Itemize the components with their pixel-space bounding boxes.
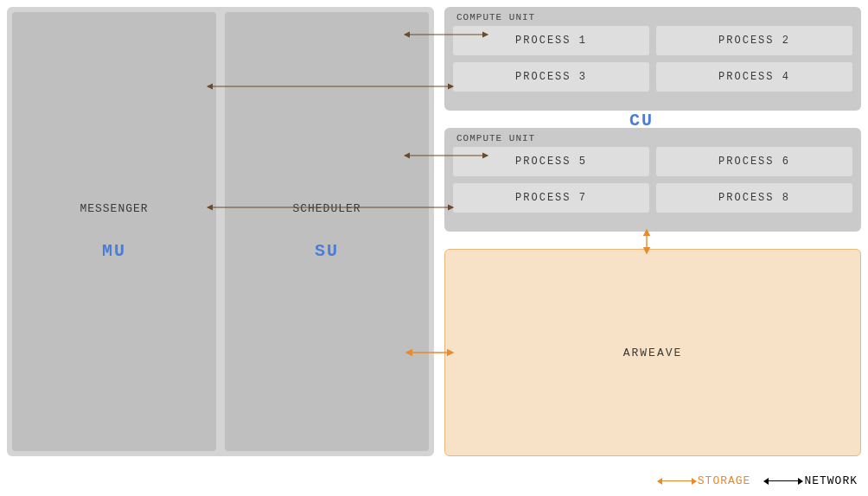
cu1-header: COMPUTE UNIT: [456, 12, 852, 22]
legend-network: NETWORK: [768, 474, 858, 487]
legend-storage: STORAGE: [661, 474, 751, 487]
messenger-title: MESSENGER: [80, 202, 148, 215]
messenger-box: MESSENGER MU: [12, 12, 216, 451]
process-6: PROCESS 6: [656, 147, 852, 176]
cu2-header: COMPUTE UNIT: [456, 133, 852, 143]
arweave-label: ARWEAVE: [623, 347, 683, 359]
process-5: PROCESS 5: [453, 147, 649, 176]
process-2: PROCESS 2: [656, 26, 852, 55]
left-panel: MESSENGER MU SCHEDULER SU: [7, 7, 434, 456]
arweave-box: ARWEAVE: [444, 249, 861, 456]
network-arrow-icon: [768, 480, 799, 481]
scheduler-box: SCHEDULER SU: [225, 12, 429, 451]
process-3: PROCESS 3: [453, 62, 649, 92]
compute-unit-2: COMPUTE UNIT PROCESS 5 PROCESS 6 PROCESS…: [444, 128, 861, 232]
legend-network-text: NETWORK: [804, 474, 858, 487]
legend-storage-text: STORAGE: [698, 474, 751, 487]
process-8: PROCESS 8: [656, 183, 852, 213]
compute-unit-1: COMPUTE UNIT PROCESS 1 PROCESS 2 PROCESS…: [444, 7, 861, 111]
storage-arrow-icon: [661, 480, 692, 481]
process-4: PROCESS 4: [656, 62, 852, 92]
process-7: PROCESS 7: [453, 183, 649, 213]
legend: STORAGE NETWORK: [661, 474, 858, 487]
scheduler-title: SCHEDULER: [292, 202, 361, 215]
cu-label: CU: [629, 111, 654, 130]
messenger-tag: MU: [102, 241, 126, 261]
scheduler-tag: SU: [315, 241, 339, 261]
process-1: PROCESS 1: [453, 26, 649, 55]
